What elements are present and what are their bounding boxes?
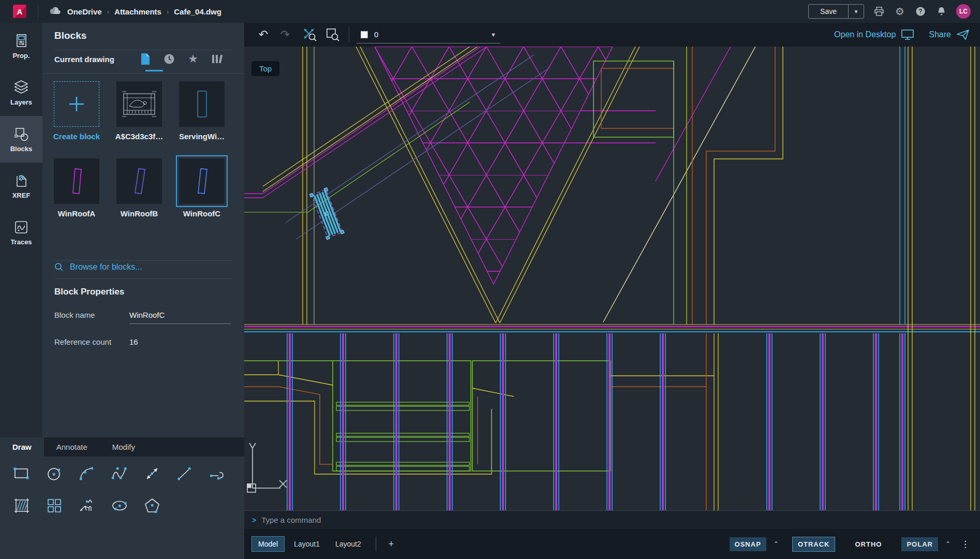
block-label: A$C3d3c3f… xyxy=(111,132,168,141)
selected-block-winroofc xyxy=(309,187,344,240)
topbar-actions: Save ▼ ⚙ ? LC xyxy=(808,4,980,19)
cad-drawing[interactable] xyxy=(244,47,980,510)
zoom-extents-icon[interactable] xyxy=(301,26,319,43)
tab-recent-clock-icon[interactable] xyxy=(162,53,176,65)
plus-icon xyxy=(68,95,85,113)
command-line[interactable]: > Type a command xyxy=(244,510,980,529)
settings-gear-icon[interactable]: ⚙ xyxy=(894,6,905,17)
user-avatar[interactable]: LC xyxy=(956,4,971,19)
block-tile-servingwindow[interactable] xyxy=(179,81,225,127)
spline-tool-icon[interactable] xyxy=(109,463,130,484)
breadcrumb-root[interactable]: OneDrive xyxy=(67,7,102,16)
green-structure-left xyxy=(244,361,492,474)
panel-title: Blocks xyxy=(54,30,86,41)
arc-tool-icon[interactable] xyxy=(77,463,97,484)
help-icon[interactable]: ? xyxy=(915,6,926,17)
polar-chevron-icon[interactable]: ⌃ xyxy=(943,540,953,548)
block-thumbnail xyxy=(186,165,217,198)
source-label: Current drawing xyxy=(54,55,114,64)
polygon-tool-icon[interactable] xyxy=(142,495,162,516)
onedrive-cloud-icon xyxy=(49,7,62,16)
rectangle-tool-icon[interactable] xyxy=(11,463,32,484)
block-name-label: Block name xyxy=(54,311,95,319)
notifications-bell-icon[interactable] xyxy=(936,6,947,17)
line-tool-icon[interactable] xyxy=(174,463,195,484)
tab-libraries-icon[interactable] xyxy=(210,53,224,65)
tab-model[interactable]: Model xyxy=(251,536,285,552)
desktop-monitor-icon xyxy=(901,29,914,40)
open-in-desktop-button[interactable]: Open in Desktop xyxy=(834,29,914,40)
breadcrumb-separator: › xyxy=(107,8,109,16)
layer-dropdown[interactable]: 0 ▼ xyxy=(357,26,500,43)
ellipse-tool-icon[interactable] xyxy=(109,495,130,516)
block-thumbnail xyxy=(124,165,155,198)
left-icon-rail: Prop. Layers Blocks XREF Traces xyxy=(0,23,42,437)
breadcrumb-separator: › xyxy=(167,8,169,16)
rail-item-layers[interactable]: Layers xyxy=(0,69,42,116)
wall-lines xyxy=(244,325,980,332)
create-block-tile[interactable] xyxy=(54,81,99,127)
add-layout-button[interactable]: + xyxy=(384,539,398,550)
rail-item-xref[interactable]: XREF xyxy=(0,163,42,209)
app-top-bar: A OneDrive › Attachments › Cafe_04.dwg S… xyxy=(0,0,980,23)
redo-icon[interactable]: ↷ xyxy=(276,26,294,43)
dimension-tool-icon[interactable] xyxy=(142,463,162,484)
green-structure-right xyxy=(472,361,714,471)
browse-for-blocks-link[interactable]: Browse for blocks... xyxy=(54,262,142,272)
toolbar-right: Open in Desktop Share xyxy=(834,29,980,40)
tab-layout1[interactable]: Layout1 xyxy=(288,537,326,551)
breadcrumb-folder[interactable]: Attachments xyxy=(114,7,161,16)
block-tile-asc[interactable] xyxy=(116,81,162,127)
tab-draw[interactable]: Draw xyxy=(0,437,44,457)
divider xyxy=(376,537,376,551)
drawing-canvas-area: ↶ ↷ 0 ▼ Open in Desktop Share Top xyxy=(244,23,980,559)
status-overflow-menu-icon[interactable]: ⋮ xyxy=(958,541,973,548)
rail-item-blocks[interactable]: Blocks xyxy=(0,116,42,163)
block-tile-winroofb[interactable] xyxy=(116,158,162,204)
save-split-button: Save ▼ xyxy=(808,4,864,19)
autocad-logo-icon[interactable]: A xyxy=(13,5,26,18)
otrack-toggle[interactable]: OTRACK xyxy=(792,537,836,552)
tab-annotate[interactable]: Annotate xyxy=(44,437,100,457)
block-tile-winroofc[interactable] xyxy=(179,158,225,204)
array-tool-icon[interactable] xyxy=(44,495,65,516)
tab-current-drawing-icon[interactable] xyxy=(139,53,152,65)
layer-name: 0 xyxy=(374,30,378,39)
send-plane-icon xyxy=(956,29,970,40)
ortho-toggle[interactable]: ORTHO xyxy=(850,537,887,551)
osnap-toggle[interactable]: OSNAP xyxy=(730,537,766,551)
save-dropdown-button[interactable]: ▼ xyxy=(848,5,864,18)
tab-favorites-star-icon[interactable]: ★ xyxy=(186,53,200,65)
share-button[interactable]: Share xyxy=(929,29,970,40)
zoom-window-icon[interactable] xyxy=(324,26,341,43)
circle-tool-icon[interactable] xyxy=(44,463,65,484)
block-label: ServingWi… xyxy=(173,132,230,141)
command-prompt-icon: > xyxy=(252,516,256,524)
block-label: WinRoofA xyxy=(48,209,105,218)
polyline-tool-icon[interactable] xyxy=(207,463,228,484)
osnap-chevron-icon[interactable]: ⌃ xyxy=(771,540,781,548)
print-icon[interactable] xyxy=(873,6,885,17)
draw-tools-panel: Draw Annotate Modify xyxy=(0,437,244,559)
block-tile-winroofa[interactable] xyxy=(54,158,99,204)
search-icon xyxy=(54,262,64,272)
layers-icon xyxy=(13,80,29,95)
breadcrumb-file[interactable]: Cafe_04.dwg xyxy=(174,7,221,16)
ucs-icon xyxy=(247,443,287,492)
multileader-tool-icon[interactable] xyxy=(77,495,97,516)
chevron-down-icon: ▼ xyxy=(491,32,496,38)
create-block-label[interactable]: Create block xyxy=(48,132,105,141)
block-name-input[interactable]: WinRoofC xyxy=(129,311,231,324)
polar-toggle[interactable]: POLAR xyxy=(901,537,938,551)
undo-icon[interactable]: ↶ xyxy=(255,26,272,43)
block-label: WinRoofC xyxy=(173,209,230,218)
rail-item-properties[interactable]: Prop. xyxy=(0,23,42,69)
tab-layout2[interactable]: Layout2 xyxy=(329,537,367,551)
rail-item-traces[interactable]: Traces xyxy=(0,209,42,256)
command-placeholder: Type a command xyxy=(261,516,321,524)
save-button[interactable]: Save xyxy=(809,5,848,18)
view-cube-top-badge[interactable]: Top xyxy=(251,61,279,76)
tab-modify[interactable]: Modify xyxy=(100,437,147,457)
hatch-tool-icon[interactable] xyxy=(11,495,32,516)
divider xyxy=(54,260,232,261)
